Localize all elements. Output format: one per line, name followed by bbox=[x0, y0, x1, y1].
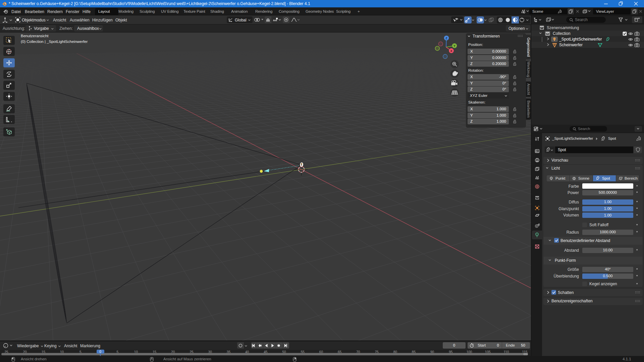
svg-text:Y: Y bbox=[453, 44, 455, 48]
svg-text:Z: Z bbox=[445, 37, 447, 40]
svg-text:X: X bbox=[450, 49, 452, 53]
